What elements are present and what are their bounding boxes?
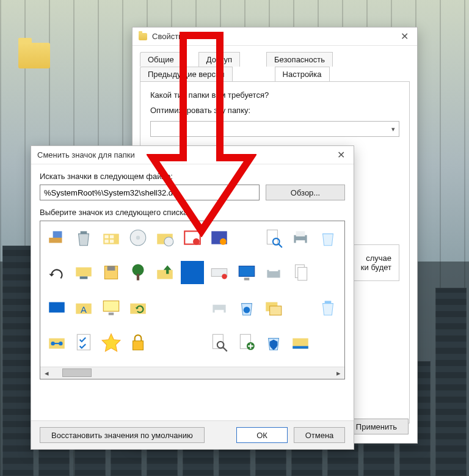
svg-rect-29 [184, 265, 200, 280]
svg-rect-25 [107, 266, 115, 270]
icon-app-window-gear[interactable] [208, 226, 231, 249]
svg-rect-5 [110, 235, 114, 238]
icon-disc[interactable] [126, 226, 150, 249]
optimize-label: Оптимизировать эту папку: [150, 106, 399, 115]
svg-rect-38 [49, 302, 65, 313]
search-label: Искать значки в следующем файле: [40, 172, 345, 181]
tab-access[interactable]: Доступ [198, 52, 240, 67]
scroll-thumb[interactable] [62, 368, 92, 377]
icon-hand-share[interactable] [45, 226, 68, 249]
svg-rect-54 [78, 334, 90, 350]
icon-list[interactable]: A ◂ ▸ [40, 221, 345, 379]
icon-printer-3[interactable] [208, 296, 231, 319]
icon-doc-plus[interactable] [235, 331, 258, 354]
icon-pages[interactable] [289, 261, 312, 284]
icon-folder-up[interactable] [153, 261, 176, 284]
svg-rect-2 [81, 231, 87, 233]
svg-text:A: A [81, 305, 87, 315]
svg-rect-16 [267, 230, 277, 244]
icon-spacer[interactable] [181, 296, 204, 319]
svg-point-11 [164, 237, 173, 246]
svg-rect-48 [270, 306, 282, 315]
optimize-combo[interactable]: ▾ [150, 121, 399, 137]
desktop-folder-icon[interactable] [18, 43, 50, 68]
browse-button[interactable]: Обзор... [266, 185, 345, 200]
icon-path-input[interactable] [40, 185, 260, 200]
icon-printer-2[interactable] [262, 261, 285, 284]
svg-rect-21 [296, 240, 305, 246]
close-icon[interactable]: ✕ [398, 31, 411, 42]
icon-recycle-bin[interactable] [72, 226, 95, 249]
svg-rect-4 [104, 235, 108, 238]
svg-rect-42 [108, 313, 114, 315]
icon-blue-rect[interactable] [45, 296, 68, 319]
icon-folder-blue[interactable] [289, 331, 312, 354]
scroll-left-icon[interactable]: ◂ [40, 367, 53, 379]
icon-search-doc[interactable] [208, 331, 231, 354]
svg-rect-0 [49, 238, 62, 243]
icon-tree[interactable] [126, 261, 150, 284]
icon-search-page[interactable] [262, 226, 285, 249]
svg-rect-27 [137, 274, 139, 280]
close-icon[interactable]: ✕ [335, 149, 347, 161]
icon-printer[interactable] [289, 226, 312, 249]
svg-rect-35 [269, 266, 278, 271]
svg-rect-32 [239, 266, 255, 276]
dialog-title: Сменить значок для папки [37, 150, 135, 159]
svg-rect-7 [110, 240, 114, 243]
svg-point-9 [136, 236, 140, 240]
icon-app-window-link[interactable] [181, 226, 204, 249]
icon-floppy[interactable] [100, 261, 123, 284]
icon-ac-unit[interactable] [208, 261, 231, 284]
icon-spacer[interactable] [235, 226, 258, 249]
icon-recycle-3[interactable] [235, 296, 258, 319]
icon-recycle-shield[interactable] [262, 331, 285, 354]
icon-spacer[interactable] [289, 296, 312, 319]
icon-folder-a[interactable]: A [72, 296, 95, 319]
icon-network-folder[interactable] [72, 261, 95, 284]
properties-title: Свойства: [152, 32, 189, 41]
change-icon-dialog: Сменить значок для папки ✕ Искать значки… [31, 145, 354, 450]
dialog-titlebar[interactable]: Сменить значок для папки ✕ [31, 146, 354, 164]
icon-spacer[interactable] [316, 261, 340, 284]
icon-recycle-bin-2[interactable] [316, 226, 340, 249]
svg-rect-22 [76, 268, 92, 277]
scroll-right-icon[interactable]: ▸ [332, 367, 344, 379]
icon-trash[interactable] [316, 296, 340, 319]
svg-point-46 [243, 307, 250, 313]
icon-hscrollbar[interactable]: ◂ ▸ [40, 367, 344, 379]
svg-rect-55 [133, 341, 144, 350]
tab-previous-versions[interactable]: Предыдущие версии [140, 67, 233, 81]
icon-star[interactable] [100, 331, 123, 354]
cancel-button[interactable]: Отмена [294, 427, 345, 443]
ok-button[interactable]: ОК [236, 427, 288, 443]
note-line-1: случае [361, 254, 391, 263]
svg-line-58 [224, 348, 227, 351]
tab-customize[interactable]: Настройка [275, 67, 330, 81]
icon-monitor[interactable] [235, 261, 258, 284]
choose-label: Выберите значок из следующего списка: [40, 208, 345, 217]
folder-type-question: Какой тип папки вам требуется? [150, 90, 399, 100]
tab-general[interactable]: Общие [140, 52, 182, 67]
tab-security[interactable]: Безопасность [266, 52, 333, 67]
icon-spacer[interactable] [153, 331, 176, 354]
icon-folders[interactable] [262, 296, 285, 319]
icon-blue-square[interactable] [181, 261, 204, 284]
icon-lock[interactable] [126, 331, 150, 354]
chevron-down-icon: ▾ [391, 125, 395, 133]
icon-folder-grid[interactable] [100, 226, 123, 249]
restore-defaults-button[interactable]: Восстановить значения по умолчанию [40, 427, 205, 443]
icon-monitor-yellow[interactable] [100, 296, 123, 319]
icon-spacer[interactable] [153, 296, 176, 319]
svg-rect-1 [53, 231, 62, 238]
svg-rect-20 [296, 231, 305, 236]
icon-checklist[interactable] [72, 331, 95, 354]
icon-redo[interactable] [45, 261, 68, 284]
folder-icon [139, 33, 147, 40]
icon-network-tree[interactable] [45, 331, 68, 354]
icon-folder-refresh[interactable] [126, 296, 150, 319]
svg-point-15 [220, 238, 227, 245]
icon-spacer[interactable] [181, 331, 204, 354]
icon-folder-cd[interactable] [153, 226, 176, 249]
properties-titlebar[interactable]: Свойства: ✕ [133, 27, 417, 46]
